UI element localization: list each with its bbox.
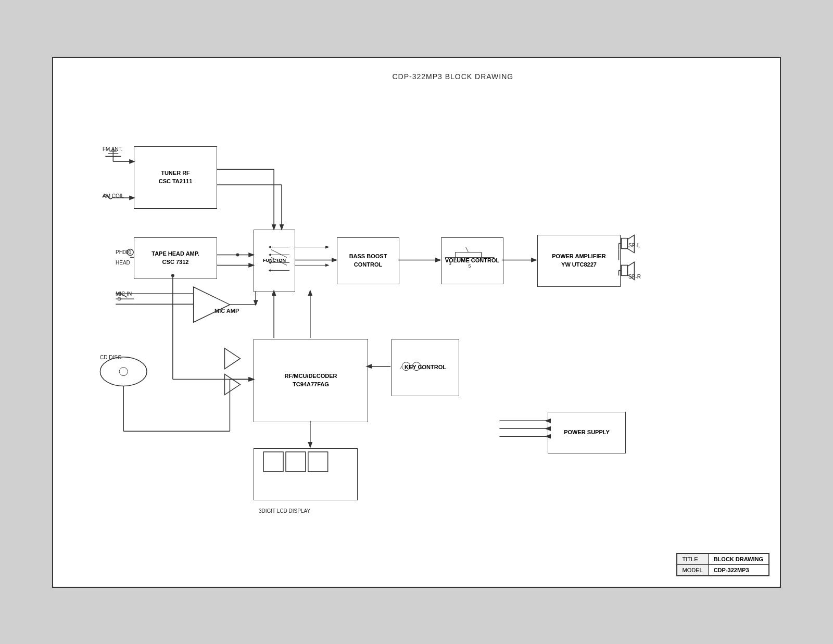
rf-mcu-label1: RF/MCU/DECODER <box>285 372 337 380</box>
page: CDP-322MP3 BLOCK DRAWING TUNER RF CSC TA… <box>0 0 833 644</box>
tape-head-label2: CSC 7312 <box>162 258 189 266</box>
head-label: HEAD <box>116 260 130 266</box>
power-supply-block: POWER SUPPLY <box>548 412 626 453</box>
bass-boost-label2: CONTROL <box>354 261 382 269</box>
sp-r-label: SP-R <box>628 274 641 280</box>
lcd-display-label: 3DIGIT LCD DISPLAY <box>259 508 310 514</box>
mic-in-label: MIC IN <box>116 291 132 297</box>
tape-head-label1: TAPE HEAD AMP. <box>152 250 199 258</box>
model-value: CDP-322MP3 <box>708 564 768 575</box>
title-label: TITLE <box>677 553 708 564</box>
power-amp-label3: YW UTC8227 <box>561 261 597 269</box>
tuner-rf-block: TUNER RF CSC TA2111 <box>134 146 217 209</box>
title-value: BLOCK DRAWING <box>708 553 768 564</box>
model-label: MODEL <box>677 564 708 575</box>
volume-ctrl-block: VOLUME CONTROL <box>441 237 503 284</box>
svg-marker-61 <box>224 374 240 395</box>
svg-marker-22 <box>194 287 230 322</box>
mic-amp-label: MIC AMP <box>214 308 239 314</box>
svg-rect-45 <box>621 238 627 248</box>
svg-rect-47 <box>621 265 627 275</box>
diagram-title: CDP-322MP3 BLOCK DRAWING <box>392 72 513 81</box>
lcd-display-block <box>254 448 358 500</box>
rf-mcu-label3: TC94A77FAG <box>293 381 329 388</box>
sp-l-label: SP-L <box>628 243 640 248</box>
diagram-container: CDP-322MP3 BLOCK DRAWING TUNER RF CSC TA… <box>52 57 781 588</box>
function-sw-label: FUNCTON <box>263 257 286 264</box>
rf-mcu-block: RF/MCU/DECODER TC94A77FAG <box>254 339 368 422</box>
svg-point-20 <box>118 297 121 300</box>
title-block: TITLE BLOCK DRAWING MODEL CDP-322MP3 <box>676 553 769 576</box>
volume-ctrl-label: VOLUME CONTROL <box>445 257 500 264</box>
bass-boost-block: BASS BOOST CONTROL <box>337 237 399 284</box>
am-coil-label: AM COIL <box>103 193 124 199</box>
bass-boost-label1: BASS BOOST <box>349 252 387 260</box>
fm-ant-label: FM ANT. <box>103 146 122 152</box>
wiring-diagram: 3 5 <box>53 58 780 587</box>
tuner-rf-label3: CSC TA2111 <box>159 178 193 185</box>
svg-point-54 <box>100 357 147 386</box>
key-ctrl-label: KEY CONTROL <box>405 363 446 371</box>
tape-head-block: TAPE HEAD AMP. CSC 7312 <box>134 237 217 279</box>
power-amp-block: POWER AMPLIFIER YW UTC8227 <box>537 235 621 287</box>
ph001-label: PH001 <box>116 249 132 255</box>
function-sw-block: FUNCTON <box>254 230 295 292</box>
cd-disc-label: CD DISC <box>100 355 121 360</box>
svg-marker-60 <box>224 348 240 369</box>
power-supply-label: POWER SUPPLY <box>564 428 610 436</box>
key-ctrl-block: KEY CONTROL <box>392 339 459 396</box>
tuner-rf-label1: TUNER RF <box>161 169 190 177</box>
svg-point-11 <box>236 253 239 256</box>
power-amp-label1: POWER AMPLIFIER <box>552 252 605 260</box>
svg-point-55 <box>119 367 128 375</box>
